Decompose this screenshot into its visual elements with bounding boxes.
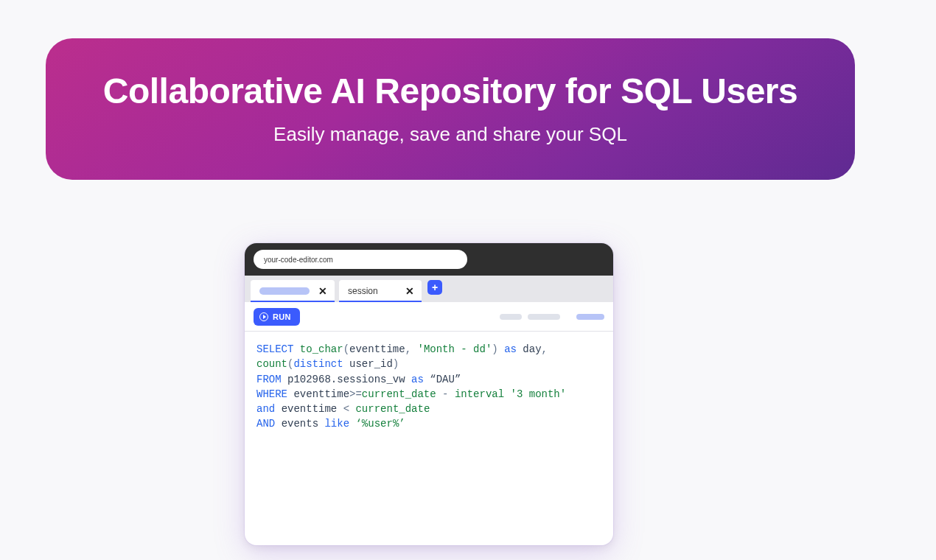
code-token: to_char: [300, 343, 343, 355]
editor-window: your-code-editor.com ✕ session ✕ + RUN S…: [245, 243, 613, 545]
code-token: eventtime: [293, 388, 349, 400]
code-token: '3 month': [511, 388, 567, 400]
tab-1[interactable]: ✕: [251, 280, 335, 302]
run-button-label: RUN: [273, 312, 291, 321]
run-button[interactable]: RUN: [254, 308, 300, 326]
code-token: current_date: [362, 388, 436, 400]
code-token: and: [256, 403, 275, 415]
tab-session-label: session: [348, 286, 378, 296]
code-token: as: [504, 343, 517, 355]
code-token: p102968.sessions_vw: [287, 374, 405, 385]
url-text: your-code-editor.com: [264, 256, 333, 264]
code-token: like: [324, 418, 349, 430]
code-token: WHERE: [256, 388, 287, 400]
code-token: distinct: [293, 358, 343, 370]
code-token: [293, 343, 299, 355]
code-token: >=: [349, 388, 362, 400]
tab-1-active-indicator: [251, 301, 335, 302]
plus-icon: +: [432, 281, 438, 293]
code-token: count: [256, 358, 287, 370]
url-bar[interactable]: your-code-editor.com: [254, 250, 467, 269]
code-token: ‘%user%’: [355, 418, 405, 430]
code-token: SELECT: [256, 343, 293, 355]
code-token: 'Month - dd': [417, 343, 492, 355]
code-token: [343, 358, 349, 370]
editor-titlebar: your-code-editor.com: [245, 243, 613, 276]
code-token: ): [492, 343, 497, 355]
tab-1-label-placeholder: [259, 287, 310, 295]
close-icon[interactable]: ✕: [404, 284, 416, 298]
code-token: AND: [256, 418, 275, 430]
hero-subtitle: Easily manage, save and share your SQL: [273, 123, 627, 146]
code-token: [275, 418, 281, 430]
code-token: FROM: [256, 374, 282, 385]
hero-banner: Collaborative AI Repository for SQL User…: [46, 38, 855, 180]
code-token: “DAU”: [430, 374, 461, 385]
code-token: (: [343, 343, 349, 355]
code-token: [405, 374, 411, 385]
code-token: [504, 388, 510, 400]
toolbar-ghost-accent: [576, 314, 604, 320]
hero-title: Collaborative AI Repository for SQL User…: [103, 72, 797, 111]
tab-session-active-indicator: [339, 301, 422, 302]
code-token: [498, 343, 504, 355]
code-token: <: [337, 403, 355, 415]
code-token: day: [523, 343, 541, 355]
close-icon[interactable]: ✕: [317, 284, 329, 298]
code-token: events: [282, 418, 318, 430]
code-token: eventtime: [282, 403, 338, 415]
code-token: eventtime: [349, 343, 405, 355]
sql-code-area[interactable]: SELECT to_char(eventtime, 'Month - dd') …: [245, 332, 613, 545]
code-token: [282, 374, 287, 385]
code-token: [275, 403, 281, 415]
add-tab-button[interactable]: +: [427, 280, 442, 295]
code-token: ,: [542, 343, 554, 355]
toolbar-ghost-1: [500, 314, 522, 320]
editor-toolbar: RUN: [245, 302, 613, 332]
code-token: ): [393, 358, 399, 370]
code-token: ,: [405, 343, 418, 355]
code-token: as: [411, 374, 424, 385]
code-token: interval: [455, 388, 504, 400]
play-icon: [259, 312, 268, 321]
toolbar-ghost-2: [528, 314, 560, 320]
tab-strip: ✕ session ✕ +: [245, 276, 613, 302]
code-token: current_date: [355, 403, 430, 415]
code-token: -: [436, 388, 455, 400]
code-token: user_id: [349, 358, 393, 370]
tab-session[interactable]: session ✕: [339, 280, 422, 302]
